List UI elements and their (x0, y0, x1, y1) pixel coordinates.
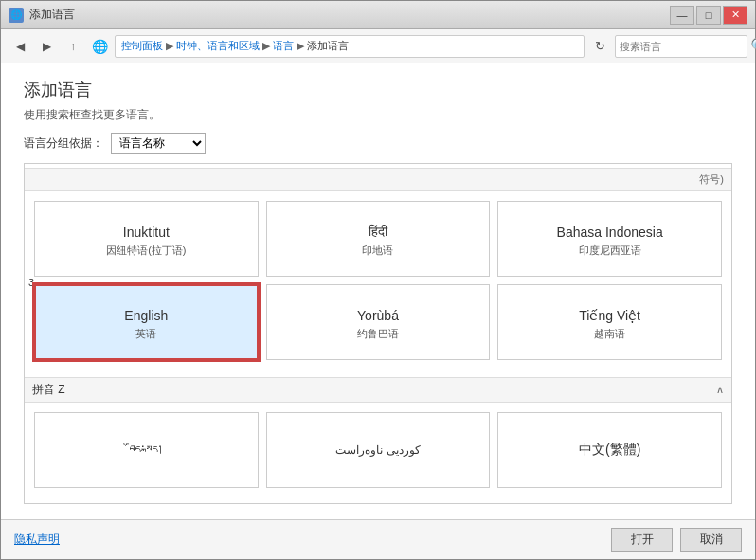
lang-native-vietnamese: Tiếng Việt (579, 308, 640, 323)
lang-native-english: English (124, 308, 168, 323)
window-icon: 🌐 (9, 8, 24, 23)
open-button[interactable]: 打开 (611, 528, 673, 552)
section-header-left-pinyin: 拼音 Z (32, 382, 65, 398)
search-input[interactable] (620, 41, 750, 52)
title-bar-buttons: — □ ✕ (670, 6, 747, 25)
cancel-button[interactable]: 取消 (680, 528, 742, 552)
window-title: 添加语言 (29, 7, 75, 23)
bottom-buttons: 打开 取消 (611, 528, 742, 552)
lang-card-vietnamese[interactable]: Tiếng Việt 越南语 (497, 284, 722, 360)
lang-native-chinese-trad: 中文(繁體) (579, 442, 640, 459)
lang-chinese-inuktitut: 因纽特语(拉丁语) (106, 244, 186, 258)
page-subtitle: 使用搜索框查找更多语言。 (24, 107, 732, 123)
section-header-right-symbols: 符号) (699, 172, 724, 187)
breadcrumb-sep-3: ▶ (297, 40, 304, 52)
page-area: 添加语言 使用搜索框查找更多语言。 语言分组依据： 语言名称 地区 符号) (1, 63, 755, 519)
minimize-button[interactable]: — (670, 6, 694, 25)
address-bar: ◀ ▶ ↑ 🌐 控制面板 ▶ 时钟、语言和区域 ▶ 语言 ▶ 添加语言 ↻ 🔍 (1, 29, 755, 63)
up-button[interactable]: ↑ (62, 35, 84, 58)
section-header-symbols: 符号) (25, 168, 731, 191)
lang-card-tibetan[interactable]: བོད་སྐད། (34, 412, 259, 488)
lang-chinese-vietnamese: 越南语 (594, 327, 625, 341)
search-icon: 🔍 (750, 37, 756, 55)
maximize-button[interactable]: □ (696, 6, 721, 25)
lang-native-tibetan: བོད་སྐད། (129, 443, 163, 457)
lang-card-kurdish[interactable]: كوردیی ناوەراست (266, 412, 491, 488)
lang-native-bahasa: Bahasa Indonesia (557, 225, 663, 240)
breadcrumb-add-language: 添加语言 (307, 39, 349, 53)
section-pinyin: 拼音 Z ∧ བོད་སྐད། كوردیی ناوەراست (25, 373, 731, 501)
close-button[interactable]: ✕ (723, 6, 747, 25)
breadcrumb-home[interactable]: 控制面板 (121, 39, 163, 53)
lang-chinese-yoruba: 约鲁巴语 (357, 327, 399, 341)
breadcrumb-sep-1: ▶ (166, 40, 173, 52)
lang-chinese-english: 英语 (135, 327, 156, 341)
lang-native-inuktitut: Inuktitut (123, 225, 170, 240)
lang-native-hindi: हिंदी (369, 224, 387, 240)
back-button[interactable]: ◀ (9, 35, 31, 58)
breadcrumb-sep-2: ▶ (262, 40, 270, 52)
lang-card-yoruba[interactable]: Yorùbá 约鲁巴语 (266, 284, 491, 360)
lang-card-english[interactable]: English 英语 (34, 284, 259, 360)
privacy-link[interactable]: 隐私声明 (14, 532, 60, 548)
bottom-bar: 隐私声明 打开 取消 (1, 519, 755, 559)
section-header-right-pinyin[interactable]: ∧ (716, 384, 724, 396)
lang-grid-pinyin: བོད་སྐད། كوردیی ناوەراست 中文(繁體) (25, 403, 731, 497)
section-symbols: 符号) 3 Inuktitut 因纽特语(拉丁语) हिंदी (25, 164, 731, 373)
lang-card-hindi[interactable]: हिंदी 印地语 (266, 201, 491, 277)
main-content: 添加语言 使用搜索框查找更多语言。 语言分组依据： 语言名称 地区 符号) (1, 63, 755, 519)
filter-select[interactable]: 语言名称 地区 (111, 133, 206, 154)
section-header-pinyin: 拼音 Z ∧ (25, 377, 731, 403)
filter-row: 语言分组依据： 语言名称 地区 (24, 133, 732, 154)
lang-native-yoruba: Yorùbá (357, 308, 399, 323)
lang-grid-symbols: Inuktitut 因纽特语(拉丁语) हिंदी 印地语 Bahasa Ind… (25, 191, 731, 370)
window: 🌐 添加语言 — □ ✕ ◀ ▶ ↑ 🌐 控制面板 ▶ 时钟、语言和区域 ▶ 语… (0, 0, 756, 560)
title-bar-left: 🌐 添加语言 (9, 7, 75, 23)
refresh-button[interactable]: ↻ (588, 35, 611, 58)
lang-native-kurdish: كوردیی ناوەراست (335, 443, 420, 457)
title-bar: 🌐 添加语言 — □ ✕ (1, 1, 755, 29)
lang-card-bahasa[interactable]: Bahasa Indonesia 印度尼西亚语 (497, 201, 722, 277)
lang-chinese-bahasa: 印度尼西亚语 (579, 244, 641, 258)
filter-label: 语言分组依据： (24, 135, 103, 152)
breadcrumb-language[interactable]: 语言 (273, 39, 294, 53)
language-grid-container: 符号) 3 Inuktitut 因纽特语(拉丁语) हिंदी (24, 163, 732, 504)
breadcrumb-clock[interactable]: 时钟、语言和区域 (176, 39, 260, 53)
lang-card-inuktitut[interactable]: Inuktitut 因纽特语(拉丁语) (34, 201, 259, 277)
language-grid-scroll[interactable]: 符号) 3 Inuktitut 因纽特语(拉丁语) हिंदी (25, 164, 731, 503)
forward-button[interactable]: ▶ (35, 35, 58, 58)
search-bar: 🔍 (615, 35, 747, 58)
page-title: 添加语言 (24, 79, 732, 101)
globe-icon: 🌐 (88, 35, 111, 58)
breadcrumb: 控制面板 ▶ 时钟、语言和区域 ▶ 语言 ▶ 添加语言 (115, 35, 585, 58)
lang-chinese-hindi: 印地语 (362, 244, 393, 258)
lang-card-chinese-trad[interactable]: 中文(繁體) (497, 412, 722, 488)
